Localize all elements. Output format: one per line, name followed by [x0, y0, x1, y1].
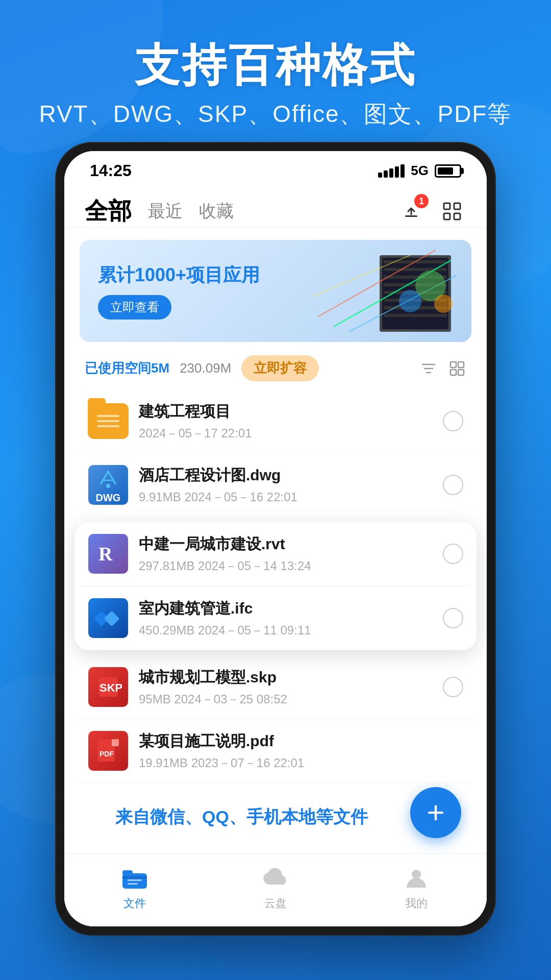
- svg-rect-1: [444, 203, 450, 209]
- file-checkbox-rvt[interactable]: [443, 544, 463, 564]
- folder-icon: [88, 403, 129, 439]
- storage-used: 已使用空间5M: [85, 359, 169, 377]
- file-checkbox[interactable]: [443, 411, 463, 431]
- file-meta: 2024－05－17 22:01: [139, 425, 433, 442]
- network-type: 5G: [411, 163, 429, 179]
- svg-rect-4: [454, 213, 460, 219]
- file-name-dwg: 酒店工程设计图.dwg: [139, 465, 433, 486]
- upload-button[interactable]: 1: [397, 197, 425, 226]
- svg-rect-14: [384, 314, 447, 317]
- file-meta-rvt: 297.81MB 2024－05－14 13:24: [139, 558, 433, 574]
- file-info: 建筑工程项目 2024－05－17 22:01: [139, 401, 433, 442]
- pdf-icon: PDF: [88, 731, 128, 771]
- notification-badge: 1: [414, 194, 429, 208]
- svg-rect-2: [454, 203, 460, 209]
- fab-area: 来自微信、QQ、手机本地等文件 +: [64, 783, 487, 853]
- banner-image: [308, 245, 461, 337]
- signal-icon: [378, 164, 405, 178]
- banner-title: 累计1000+项目应用: [98, 263, 260, 288]
- storage-info: 已使用空间5M 230.09M 立即扩容: [64, 350, 487, 389]
- file-item-pdf[interactable]: PDF 某项目施工说明.pdf 19.91MB 2023－07－16 22:01: [80, 719, 471, 783]
- nav-actions: 1: [397, 197, 466, 226]
- svg-rect-37: [122, 876, 147, 878]
- file-checkbox-skp[interactable]: [443, 677, 463, 697]
- file-info-rvt: 中建一局城市建设.rvt 297.81MB 2024－05－14 13:24: [139, 534, 433, 574]
- sort-icon[interactable]: [419, 359, 438, 378]
- popup-card: R 中建一局城市建设.rvt 297.81MB 2024－05－14 13:24: [74, 522, 477, 650]
- status-time: 14:25: [90, 161, 132, 180]
- hero-title: 支持百种格式: [0, 41, 551, 90]
- svg-text:PDF: PDF: [99, 750, 114, 758]
- banner-text: 累计1000+项目应用 立即查看: [80, 248, 278, 335]
- file-item-dwg[interactable]: DWG 酒店工程设计图.dwg 9.91MB 2024－05－16 22:01: [80, 453, 471, 517]
- banner-button[interactable]: 立即查看: [98, 295, 171, 320]
- ifc-icon: [88, 598, 128, 638]
- file-name-ifc: 室内建筑管道.ifc: [139, 598, 433, 619]
- tab-recent[interactable]: 最近: [148, 200, 183, 223]
- expand-storage-button[interactable]: 立即扩容: [241, 355, 319, 381]
- svg-text:SKP: SKP: [99, 681, 122, 694]
- hero-subtitle: RVT、DWG、SKP、Office、图文、PDF等: [0, 99, 551, 130]
- nav-tabs: 全部 最近 收藏 1: [64, 185, 487, 228]
- bottom-nav: 文件 云盘: [64, 853, 487, 926]
- svg-rect-24: [450, 370, 456, 375]
- profile-icon: [401, 864, 432, 892]
- fab-button[interactable]: +: [410, 787, 461, 838]
- file-name-pdf: 某项目施工说明.pdf: [139, 731, 463, 752]
- file-meta-dwg: 9.91MB 2024－05－16 22:01: [139, 489, 433, 505]
- svg-rect-38: [122, 870, 133, 875]
- grid-icon[interactable]: [448, 359, 466, 378]
- file-name-skp: 城市规划工模型.skp: [139, 667, 433, 688]
- file-info-pdf: 某项目施工说明.pdf 19.91MB 2023－07－16 22:01: [139, 731, 463, 771]
- svg-rect-3: [444, 213, 450, 219]
- svg-rect-23: [458, 362, 464, 368]
- svg-point-20: [399, 290, 421, 312]
- file-meta-ifc: 450.29MB 2024－05－11 09:11: [139, 622, 433, 639]
- file-name: 建筑工程项目: [139, 401, 433, 422]
- file-info-dwg: 酒店工程设计图.dwg 9.91MB 2024－05－16 22:01: [139, 465, 433, 505]
- file-name-rvt: 中建一局城市建设.rvt: [139, 534, 433, 555]
- pdf-icon-wrap: PDF: [88, 730, 129, 771]
- status-icons: 5G: [378, 163, 461, 179]
- skp-icon-wrap: SKP: [88, 667, 129, 707]
- phone-outer: 14:25 5G: [56, 143, 495, 935]
- sort-icons: [419, 359, 466, 378]
- file-item-skp[interactable]: SKP 城市规划工模型.skp 95MB 2024－03－25 08:52: [80, 655, 471, 719]
- nav-item-cloud[interactable]: 云盘: [260, 864, 291, 911]
- file-item-ifc[interactable]: 室内建筑管道.ifc 450.29MB 2024－05－11 09:11: [80, 586, 471, 650]
- file-meta-skp: 95MB 2024－03－25 08:52: [139, 691, 433, 707]
- phone-mockup: 14:25 5G: [56, 143, 495, 935]
- file-meta-pdf: 19.91MB 2023－07－16 22:01: [139, 755, 463, 771]
- file-info-skp: 城市规划工模型.skp 95MB 2024－03－25 08:52: [139, 667, 433, 707]
- svg-rect-40: [128, 883, 138, 885]
- nav-item-files[interactable]: 文件: [119, 864, 150, 911]
- file-checkbox-ifc[interactable]: [443, 608, 463, 628]
- svg-point-41: [412, 870, 421, 879]
- file-info-ifc: 室内建筑管道.ifc 450.29MB 2024－05－11 09:11: [139, 598, 433, 639]
- rvt-icon-wrap: R: [88, 533, 129, 574]
- promo-banner[interactable]: 累计1000+项目应用 立即查看: [80, 240, 471, 342]
- ifc-icon-wrap: [88, 598, 129, 639]
- svg-rect-39: [128, 879, 142, 881]
- file-item-rvt[interactable]: R 中建一局城市建设.rvt 297.81MB 2024－05－14 13:24: [80, 522, 471, 586]
- status-bar: 14:25 5G: [64, 151, 487, 185]
- cloud-icon: [260, 864, 291, 892]
- bottom-hint-text: 来自微信、QQ、手机本地等文件: [115, 807, 368, 826]
- file-item-folder[interactable]: 建筑工程项目 2024－05－17 22:01: [80, 389, 471, 453]
- nav-item-mine[interactable]: 我的: [401, 864, 432, 911]
- file-checkbox-dwg[interactable]: [443, 475, 463, 495]
- scan-button[interactable]: [438, 197, 466, 226]
- dwg-icon-wrap: DWG: [88, 464, 129, 505]
- scan-icon: [441, 200, 463, 223]
- building-illustration: [308, 245, 461, 337]
- tab-favorites[interactable]: 收藏: [199, 200, 234, 223]
- storage-total: 230.09M: [180, 360, 231, 376]
- skp-icon: SKP: [88, 667, 128, 707]
- nav-label-files: 文件: [123, 896, 146, 911]
- tab-all[interactable]: 全部: [85, 195, 132, 227]
- svg-rect-30: [104, 610, 119, 626]
- nav-label-cloud: 云盘: [264, 896, 287, 911]
- file-list: 建筑工程项目 2024－05－17 22:01: [64, 389, 487, 517]
- files-icon: [119, 864, 150, 892]
- app-content: 全部 最近 收藏 1: [64, 185, 487, 926]
